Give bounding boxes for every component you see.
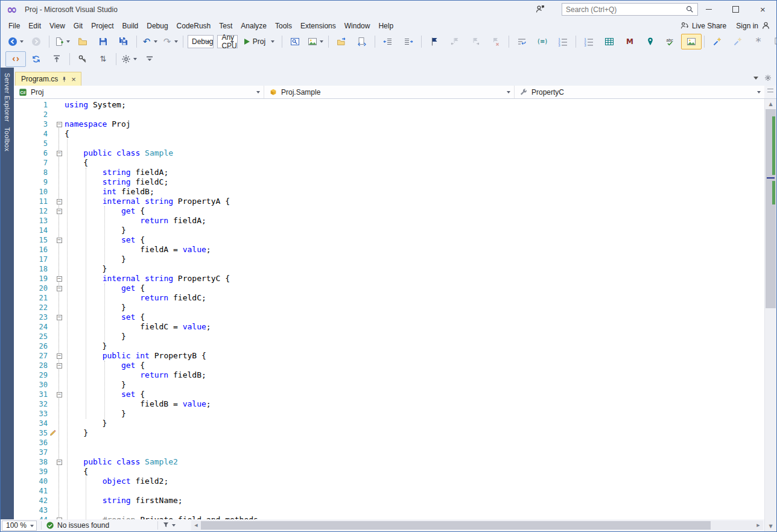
coderush-icon[interactable] xyxy=(5,51,26,67)
code-line-33[interactable]: 33 } xyxy=(14,409,764,419)
pin-icon[interactable] xyxy=(61,76,68,83)
toggle-bookmark-icon[interactable] xyxy=(424,34,445,49)
code-line-2[interactable]: 2 xyxy=(14,110,764,119)
issues-filter-dropdown[interactable] xyxy=(162,521,176,530)
minimize-button[interactable] xyxy=(695,1,722,18)
menu-edit[interactable]: Edit xyxy=(24,20,45,32)
code-line-23[interactable]: 23− set { xyxy=(14,312,764,322)
fold-toggle-icon[interactable]: − xyxy=(57,315,62,320)
menu-analyze[interactable]: Analyze xyxy=(236,20,271,32)
navigate-forward-icon[interactable] xyxy=(26,34,46,49)
code-cleanup-icon[interactable]: * xyxy=(748,34,769,49)
code-line-5[interactable]: 5 xyxy=(14,139,764,148)
code-line-30[interactable]: 30 } xyxy=(14,380,764,390)
feedback-icon[interactable] xyxy=(535,4,546,15)
code-line-14[interactable]: 14 } xyxy=(14,226,764,235)
fold-toggle-icon[interactable]: − xyxy=(57,392,62,397)
save-all-icon[interactable] xyxy=(113,34,134,49)
close-button[interactable]: × xyxy=(749,1,776,18)
new-file-icon[interactable] xyxy=(52,34,72,49)
code-line-31[interactable]: 31− set { xyxy=(14,390,764,399)
code-line-10[interactable]: 10 int fieldB; xyxy=(14,187,764,197)
fold-toggle-icon[interactable]: − xyxy=(57,199,62,204)
code-line-19[interactable]: 19− internal string PropertyC { xyxy=(14,274,764,283)
open-containing-folder-icon[interactable] xyxy=(331,34,352,49)
menu-view[interactable]: View xyxy=(45,20,69,32)
fold-toggle-icon[interactable]: − xyxy=(57,363,62,369)
code-line-35[interactable]: 35 } xyxy=(14,428,764,438)
search-icon[interactable] xyxy=(685,5,695,14)
code-line-1[interactable]: 1using System; xyxy=(14,100,764,110)
code-line-9[interactable]: 9 string fieldC; xyxy=(14,177,764,187)
code-line-28[interactable]: 28− get { xyxy=(14,361,764,370)
code-line-13[interactable]: 13 return fieldA; xyxy=(14,216,764,226)
code-line-38[interactable]: 38− public class Sample2 xyxy=(14,457,764,467)
code-line-18[interactable]: 18 } xyxy=(14,264,764,274)
code-line-8[interactable]: 8 string fieldA; xyxy=(14,168,764,177)
spell-check-icon[interactable]: abc xyxy=(661,34,681,49)
duplicate-document-icon[interactable] xyxy=(769,34,777,49)
fold-toggle-icon[interactable]: − xyxy=(57,286,62,291)
previous-bookmark-icon[interactable] xyxy=(445,34,465,49)
vertical-scrollbar[interactable]: ▲ ▼ xyxy=(764,99,776,531)
code-line-26[interactable]: 26 } xyxy=(14,341,764,351)
code-line-20[interactable]: 20− get { xyxy=(14,283,764,293)
side-tab-server-explorer[interactable]: Server Explorer xyxy=(4,73,11,122)
code-line-27[interactable]: 27− public int PropertyB { xyxy=(14,351,764,361)
no-issues-icon[interactable] xyxy=(46,521,54,530)
code-line-25[interactable]: 25 } xyxy=(14,332,764,341)
member-dropdown[interactable]: PropertyC xyxy=(515,86,764,98)
screenshot-icon[interactable] xyxy=(305,34,326,49)
code-line-37[interactable]: 37 xyxy=(14,448,764,457)
close-icon[interactable]: × xyxy=(71,75,77,83)
fold-toggle-icon[interactable]: − xyxy=(57,353,62,359)
maximize-button[interactable] xyxy=(722,1,749,18)
sync-icon[interactable] xyxy=(26,51,46,67)
code-line-4[interactable]: 4{ xyxy=(14,129,764,139)
code-line-42[interactable]: 42 string firstName; xyxy=(14,496,764,505)
sync-with-active-document-icon[interactable] xyxy=(352,34,372,49)
quick-actions-icon[interactable] xyxy=(707,34,728,49)
code-line-29[interactable]: 29 return fieldB; xyxy=(14,370,764,380)
sort-lines-icon[interactable]: 123 xyxy=(579,34,599,49)
find-in-files-icon[interactable] xyxy=(285,34,305,49)
search-box[interactable] xyxy=(562,3,698,16)
project-dropdown[interactable]: C# Proj xyxy=(14,86,264,98)
menu-file[interactable]: File xyxy=(4,20,24,32)
indent-decrease-icon[interactable] xyxy=(378,34,398,49)
fold-toggle-icon[interactable]: − xyxy=(57,151,62,156)
code-line-21[interactable]: 21 return fieldC; xyxy=(14,293,764,303)
zoom-control[interactable]: 100 % xyxy=(2,521,37,531)
redo-icon[interactable]: ↷ xyxy=(160,34,180,49)
fold-toggle-icon[interactable]: − xyxy=(57,460,62,465)
move-updown-icon[interactable]: ⇅ xyxy=(93,51,113,67)
undo-icon[interactable]: ↶ xyxy=(139,34,160,49)
solution-configurations-dropdown[interactable]: Debug xyxy=(188,35,214,48)
fold-toggle-icon[interactable]: − xyxy=(57,276,62,282)
code-line-3[interactable]: 3−namespace Proj xyxy=(14,119,764,129)
next-bookmark-icon[interactable] xyxy=(465,34,486,49)
open-file-icon[interactable] xyxy=(72,34,93,49)
menu-build[interactable]: Build xyxy=(118,20,143,32)
code-line-22[interactable]: 22 } xyxy=(14,303,764,312)
toolbar-overflow-icon[interactable] xyxy=(139,51,160,67)
settings-gear-icon[interactable] xyxy=(119,51,139,67)
scroll-right-icon[interactable]: ▶ xyxy=(753,521,763,530)
line-numbers-icon[interactable]: 123 xyxy=(553,34,573,49)
tab-program.cs[interactable]: Program.cs× xyxy=(15,72,81,86)
fold-toggle-icon[interactable]: − xyxy=(57,122,62,127)
menu-coderush[interactable]: CodeRush xyxy=(173,20,215,32)
start-debugging-button[interactable]: Proj xyxy=(239,37,279,46)
parameter-hints-icon[interactable]: (≡) xyxy=(532,34,553,49)
menu-project[interactable]: Project xyxy=(87,20,118,32)
code-line-44[interactable]: 44− #region Private field and methods xyxy=(14,515,764,519)
sign-in-button[interactable]: Sign in xyxy=(736,21,770,30)
collapse-regions-icon[interactable] xyxy=(46,51,67,67)
solution-platforms-dropdown[interactable]: Any CPU xyxy=(217,35,237,48)
scrollbar-thumb[interactable] xyxy=(201,521,711,530)
horizontal-scrollbar[interactable]: ◀ ▶ xyxy=(191,521,763,530)
code-line-43[interactable]: 43 xyxy=(14,505,764,515)
scroll-up-icon[interactable]: ▲ xyxy=(765,99,776,109)
side-tab-toolbox[interactable]: Toolbox xyxy=(4,127,11,151)
menu-git[interactable]: Git xyxy=(69,20,87,32)
